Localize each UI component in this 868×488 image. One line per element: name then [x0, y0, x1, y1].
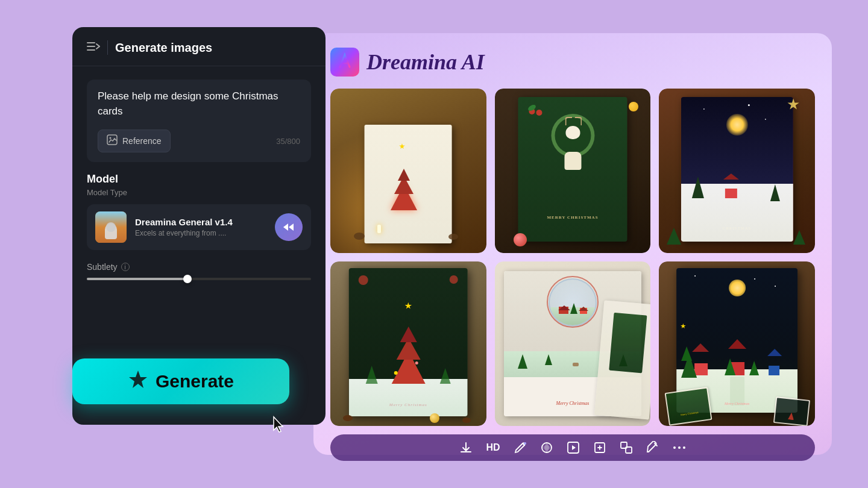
svg-rect-1	[87, 46, 95, 47]
image-toolbar: HD	[330, 434, 815, 461]
toolbar-expand-button[interactable]	[593, 441, 606, 454]
image-grid: MERRY CHRISTMAS	[330, 89, 815, 426]
image-card-5[interactable]: Merry Christmas	[495, 261, 651, 426]
cursor	[271, 416, 286, 434]
toolbar-resize-button[interactable]	[620, 441, 633, 454]
panel-title: Generate images	[115, 41, 212, 55]
subtlety-label: Subtlety i	[87, 262, 311, 272]
model-arrow-button[interactable]	[275, 213, 303, 241]
slider-fill	[87, 278, 187, 280]
generate-label: Generate	[156, 371, 234, 392]
slider-thumb[interactable]	[183, 275, 192, 283]
dreamina-title: Dreamina AI	[366, 49, 485, 75]
model-label: Model	[87, 173, 311, 186]
subtlety-info-icon[interactable]: i	[121, 263, 130, 271]
card-image-2: MERRY CHRISTMAS	[495, 89, 651, 253]
svg-marker-9	[572, 445, 576, 450]
sidebar-toggle-icon[interactable]	[87, 41, 100, 55]
model-description: Excels at everything from ....	[135, 229, 266, 237]
image-card-6[interactable]: Merry Christmas Merry Christmas	[659, 261, 815, 426]
image-card-2[interactable]: MERRY CHRISTMAS	[495, 89, 651, 253]
svg-rect-2	[87, 49, 95, 51]
card-image-6: Merry Christmas Merry Christmas	[659, 261, 815, 426]
reference-icon	[107, 134, 118, 148]
prompt-text[interactable]: Please help me design some Christmas car…	[98, 89, 300, 119]
prompt-box: Please help me design some Christmas car…	[87, 80, 311, 162]
subtlety-section: Subtlety i	[87, 262, 311, 280]
toolbar-edit-button[interactable]	[514, 441, 527, 454]
toolbar-download-button[interactable]	[459, 441, 473, 454]
image-card-3[interactable]: CHRISTMAS	[659, 89, 815, 253]
toolbar-recolor-button[interactable]	[540, 441, 553, 454]
card-image-1	[330, 89, 486, 253]
model-card[interactable]: Dreamina General v1.4 Excels at everythi…	[87, 204, 311, 250]
svg-point-13	[673, 446, 676, 449]
card-image-4: Merry Christmas	[330, 261, 486, 426]
svg-rect-0	[87, 42, 95, 43]
svg-point-4	[110, 137, 112, 139]
image-card-1[interactable]	[330, 89, 486, 253]
toolbar-hd-button[interactable]: HD	[486, 442, 500, 453]
dreamina-logo	[330, 48, 359, 77]
panel-header: Generate images	[72, 27, 326, 66]
card-image-3: CHRISTMAS	[659, 89, 815, 253]
char-count: 35/800	[276, 137, 300, 146]
hd-label: HD	[486, 442, 500, 453]
svg-marker-5	[129, 371, 147, 388]
toolbar-more-button[interactable]	[673, 445, 686, 450]
svg-point-14	[678, 446, 681, 449]
panel-body: Please help me design some Christmas car…	[72, 66, 326, 293]
model-name: Dreamina General v1.4	[135, 217, 266, 227]
reference-label: Reference	[122, 136, 162, 146]
model-type-label: Model Type	[87, 188, 311, 197]
svg-point-15	[683, 446, 685, 449]
subtlety-slider[interactable]	[87, 278, 311, 280]
reference-button[interactable]: Reference	[98, 130, 171, 152]
reference-row: Reference 35/800	[98, 130, 300, 152]
right-panel: Dreamina AI	[313, 33, 832, 455]
model-thumbnail	[95, 211, 127, 243]
generate-icon	[128, 369, 148, 394]
image-card-4[interactable]: Merry Christmas	[330, 261, 486, 426]
card-image-5: Merry Christmas	[495, 261, 651, 426]
generate-button[interactable]: Generate	[72, 358, 289, 404]
toolbar-animate-button[interactable]	[567, 441, 580, 454]
svg-point-6	[524, 442, 526, 445]
right-header: Dreamina AI	[330, 48, 815, 77]
model-section: Model Model Type Dreamina General v1.4 E…	[87, 173, 311, 280]
toolbar-erase-button[interactable]	[646, 441, 659, 454]
header-divider	[107, 40, 108, 55]
model-info: Dreamina General v1.4 Excels at everythi…	[135, 217, 266, 237]
